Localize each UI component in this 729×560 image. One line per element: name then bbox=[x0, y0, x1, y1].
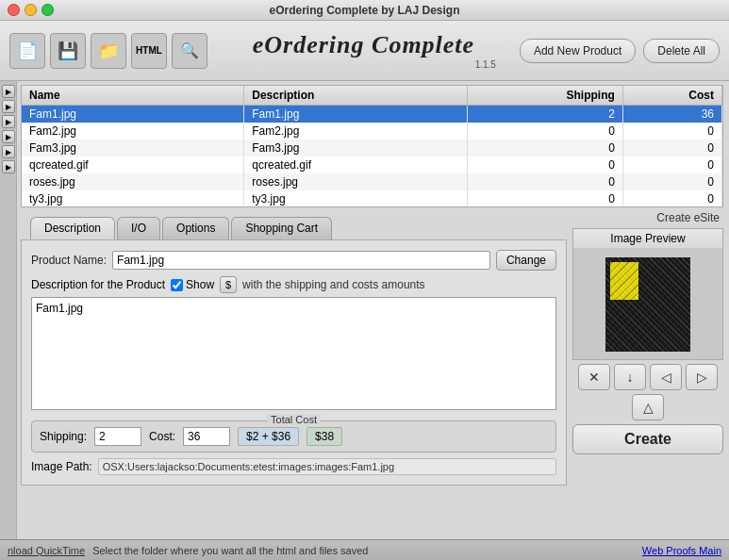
main-window: 📄 💾 📁 HTML 🔍 eOrdering Complete 1.1.5 Ad… bbox=[0, 21, 729, 560]
minimize-button[interactable] bbox=[25, 4, 37, 16]
content-area: ▶ ▶ ▶ ▶ ▶ ▶ Name Description Shipping Co… bbox=[0, 81, 729, 539]
delete-all-button[interactable]: Delete All bbox=[643, 39, 720, 63]
strip-btn-1[interactable]: ▶ bbox=[2, 85, 15, 98]
cell-cost: 36 bbox=[622, 106, 721, 124]
col-description: Description bbox=[244, 86, 468, 106]
strip-btn-6[interactable]: ▶ bbox=[2, 160, 15, 173]
titlebar: eOrdering Complete by LAJ Design bbox=[0, 0, 729, 21]
cell-shipping: 0 bbox=[468, 190, 623, 207]
window-controls bbox=[8, 4, 54, 16]
description-textarea[interactable]: Fam1.jpg bbox=[31, 297, 556, 410]
cell-shipping: 0 bbox=[468, 123, 623, 140]
cell-name: Fam1.jpg bbox=[22, 106, 244, 124]
col-cost: Cost bbox=[622, 86, 721, 106]
detail-panel: DescriptionI/OOptionsShopping Cart Produ… bbox=[21, 211, 567, 535]
toolbar: 📄 💾 📁 HTML 🔍 eOrdering Complete 1.1.5 Ad… bbox=[0, 21, 729, 81]
cell-name: Fam2.jpg bbox=[22, 123, 244, 140]
table-row[interactable]: ty3.jpg ty3.jpg 0 0 bbox=[22, 190, 722, 207]
toolbar-action-buttons: Add New Product Delete All bbox=[520, 39, 720, 63]
tab-shopping-cart[interactable]: Shopping Cart bbox=[231, 217, 332, 239]
strip-btn-2[interactable]: ▶ bbox=[2, 100, 15, 113]
cost-input[interactable] bbox=[183, 427, 230, 446]
image-path-row: Image Path: OSX:Users:lajackso:Documents… bbox=[31, 458, 556, 475]
status-bar: nload QuickTime Select the folder where … bbox=[0, 539, 729, 560]
tab-options[interactable]: Options bbox=[162, 217, 229, 239]
cell-name: Fam3.jpg bbox=[22, 140, 244, 156]
total-shipping-display: $2 + $36 bbox=[238, 427, 299, 446]
tab-content: Product Name: Change Description for the… bbox=[21, 239, 567, 486]
app-version: 1.1.5 bbox=[212, 59, 496, 70]
save-icon[interactable]: 💾 bbox=[50, 33, 86, 69]
products-table-container: Name Description Shipping Cost Fam1.jpg … bbox=[21, 85, 723, 207]
tab-description[interactable]: Description bbox=[30, 217, 115, 239]
col-name: Name bbox=[22, 86, 244, 106]
with-shipping-label: with the shipping and costs amounts bbox=[242, 278, 424, 291]
tab-i/o[interactable]: I/O bbox=[117, 217, 160, 239]
add-new-product-button[interactable]: Add New Product bbox=[520, 39, 636, 63]
cell-cost: 0 bbox=[622, 190, 721, 207]
cell-cost: 0 bbox=[622, 156, 721, 173]
strip-btn-4[interactable]: ▶ bbox=[2, 130, 15, 143]
cost-legend: Total Cost bbox=[267, 414, 321, 425]
shipping-input[interactable] bbox=[94, 427, 141, 446]
table-row[interactable]: qcreated.gif qcreated.gif 0 0 bbox=[22, 156, 722, 173]
image-preview-label: Image Preview bbox=[573, 229, 722, 249]
cost-row: Shipping: Cost: $2 + $36 $38 bbox=[40, 427, 548, 446]
create-button[interactable]: Create bbox=[572, 424, 723, 454]
table-row[interactable]: Fam1.jpg Fam1.jpg 2 36 bbox=[22, 106, 722, 124]
cell-description: Fam1.jpg bbox=[244, 106, 468, 124]
right-panel: Create eSite Image Preview ✕ ↓ ◁ ▷ bbox=[572, 211, 723, 535]
show-checkbox-label[interactable]: Show bbox=[171, 278, 214, 291]
product-name-input[interactable] bbox=[112, 251, 490, 270]
table-row[interactable]: Fam2.jpg Fam2.jpg 0 0 bbox=[22, 123, 722, 140]
image-path-label: Image Path: bbox=[31, 460, 92, 473]
cell-cost: 0 bbox=[622, 173, 721, 190]
preview-image bbox=[605, 257, 690, 352]
right-nav-btn[interactable]: ▷ bbox=[686, 364, 718, 390]
cell-description: Fam2.jpg bbox=[244, 123, 468, 140]
cell-description: qcreated.gif bbox=[244, 156, 468, 173]
shipping-label: Shipping: bbox=[40, 430, 87, 443]
new-doc-icon[interactable]: 📄 bbox=[9, 33, 45, 69]
web-proofs-link[interactable]: Web Proofs Main bbox=[642, 545, 721, 556]
total-sum-display: $38 bbox=[307, 427, 342, 446]
up-nav-btn[interactable]: △ bbox=[632, 394, 664, 420]
app-title: eOrdering Complete bbox=[212, 31, 515, 59]
folder-icon[interactable]: 📁 bbox=[91, 33, 126, 69]
close-nav-btn[interactable]: ✕ bbox=[578, 364, 610, 390]
cell-description: Fam3.jpg bbox=[244, 140, 468, 156]
cell-shipping: 0 bbox=[468, 140, 623, 156]
cell-name: roses.jpg bbox=[22, 173, 244, 190]
change-button[interactable]: Change bbox=[496, 250, 556, 271]
quicktime-link[interactable]: nload QuickTime bbox=[8, 545, 85, 556]
image-path-value: OSX:Users:lajackso:Documents:etest:image… bbox=[98, 458, 556, 475]
html-icon[interactable]: HTML bbox=[131, 33, 167, 69]
description-for-product-label: Description for the Product bbox=[31, 278, 165, 291]
down-nav-btn[interactable]: ↓ bbox=[614, 364, 646, 390]
tabs: DescriptionI/OOptionsShopping Cart bbox=[21, 211, 567, 239]
maximize-button[interactable] bbox=[41, 4, 54, 16]
window-title: eOrdering Complete by LAJ Design bbox=[269, 4, 459, 17]
product-name-row: Product Name: Change bbox=[31, 250, 556, 271]
strip-btn-3[interactable]: ▶ bbox=[2, 115, 15, 128]
dollar-button[interactable]: $ bbox=[220, 276, 237, 293]
show-checkbox[interactable] bbox=[171, 279, 183, 291]
left-nav-btn[interactable]: ◁ bbox=[650, 364, 682, 390]
close-button[interactable] bbox=[8, 4, 20, 16]
cell-shipping: 0 bbox=[468, 173, 623, 190]
table-body: Fam1.jpg Fam1.jpg 2 36 Fam2.jpg Fam2.jpg… bbox=[22, 106, 722, 208]
main-content: Name Description Shipping Cost Fam1.jpg … bbox=[17, 81, 729, 539]
cell-cost: 0 bbox=[622, 140, 721, 156]
create-esite-label: Create eSite bbox=[572, 211, 723, 224]
preview-icon[interactable]: 🔍 bbox=[172, 33, 207, 69]
app-title-area: eOrdering Complete 1.1.5 bbox=[212, 31, 515, 70]
description-for-product-row: Description for the Product Show $ with … bbox=[31, 276, 556, 293]
cell-description: ty3.jpg bbox=[244, 190, 468, 207]
cell-shipping: 0 bbox=[468, 156, 623, 173]
image-preview-box: Image Preview bbox=[572, 228, 723, 360]
table-row[interactable]: Fam3.jpg Fam3.jpg 0 0 bbox=[22, 140, 722, 156]
strip-btn-5[interactable]: ▶ bbox=[2, 145, 15, 158]
table-row[interactable]: roses.jpg roses.jpg 0 0 bbox=[22, 173, 722, 190]
products-table: Name Description Shipping Cost Fam1.jpg … bbox=[22, 86, 722, 207]
cell-cost: 0 bbox=[622, 123, 721, 140]
